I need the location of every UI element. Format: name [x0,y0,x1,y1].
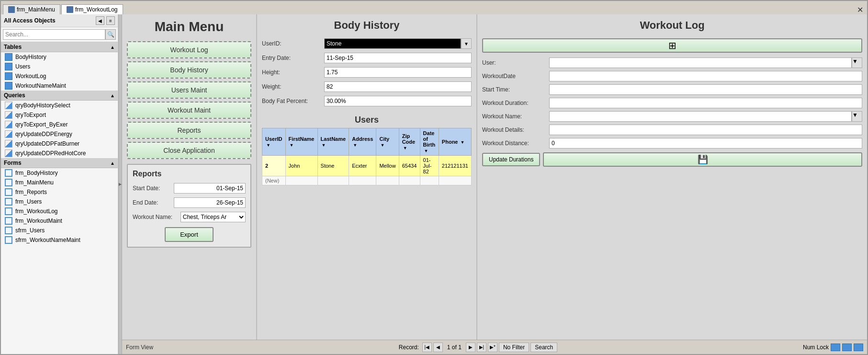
sidebar-item-frm-bodyhistory[interactable]: frm_BodyHistory [1,168,118,178]
users-maint-button[interactable]: Users Maint [127,81,251,99]
sidebar-item-qrytoexport[interactable]: qryToExport [1,110,118,120]
search-button[interactable]: 🔍 [105,29,116,40]
sidebar-item-sfrm-workoutnamemaint[interactable]: sfrm_WorkoutNameMaint [1,235,118,245]
cell-lastname: Stone [317,156,349,176]
sidebar-section-header-forms[interactable]: Forms ▲ [1,158,118,168]
form-icon-mainmenu [5,179,12,186]
weight-input[interactable] [324,81,472,92]
workoutdetails-input[interactable] [549,125,862,135]
user-dropdown-button[interactable]: ▼ [852,57,862,68]
sidebar-item-frm-workoutlog[interactable]: frm_WorkoutLog [1,206,118,216]
col-header-city[interactable]: City ▼ [376,128,399,156]
start-date-input[interactable] [174,183,246,194]
cell-userid[interactable]: 2 [262,156,286,176]
col-header-firstname[interactable]: FirstName ▼ [285,128,317,156]
height-input[interactable] [324,67,472,78]
workoutduration-row: Workout Duration: [482,98,862,108]
entry-date-input[interactable] [324,53,472,63]
sidebar-item-frm-mainmenu[interactable]: frm_MainMenu [1,178,118,187]
body-history-button[interactable]: Body History [127,61,251,79]
sidebar-item-label-qrytoexport: qryToExport [15,112,46,118]
starttime-input[interactable] [549,84,862,95]
sidebar-item-users[interactable]: Users [1,62,118,71]
workoutdistance-input[interactable] [549,138,862,149]
close-application-button[interactable]: Close Application [127,142,251,159]
query-icon-bodyhistoryselect [5,102,12,109]
nav-new-button[interactable]: ▶* [488,343,497,352]
workoutdistance-row: Workout Distance: [482,138,862,149]
col-header-address[interactable]: Address ▼ [349,128,376,156]
userid-dropdown-button[interactable]: ▼ [461,38,472,49]
cell-phone: 212121131 [439,156,471,176]
form-icon-sfrm-workoutnamemaint [5,236,12,244]
sidebar-section-queries: Queries ▲ qryBodyHistorySelect qryToExpo… [1,91,118,158]
workoutname-input[interactable] [549,111,852,122]
sidebar-item-qrybodyhistoryselect[interactable]: qryBodyHistorySelect [1,101,118,110]
sidebar-item-frm-users[interactable]: frm_Users [1,197,118,206]
sidebar-item-bodyhistory[interactable]: BodyHistory [1,52,118,62]
workoutduration-input[interactable] [549,98,862,108]
sidebar-item-qryupdateddpfatburner[interactable]: qryUpdateDDPFatBurner [1,139,118,149]
entry-date-row: Entry Date: [262,53,472,63]
sidebar-item-qryupdateddpenergy[interactable]: qryUpdateDDPEnergy [1,129,118,139]
tab-frm-mainmenu[interactable]: frm_MainMenu [3,4,60,14]
table-new-row[interactable]: (New) [262,176,472,185]
sidebar-item-qrytoexportbyexer[interactable]: qryToExport_ByExer [1,120,118,129]
status-indicator-3[interactable] [854,344,863,351]
workoutname-dropdown-button[interactable]: ▼ [852,111,862,122]
col-header-phone[interactable]: Phone ▼ [439,128,471,156]
workout-log-button[interactable]: Workout Log [127,41,251,58]
lastname-sort-icon: ▼ [322,143,326,148]
workout-nav-button[interactable]: ⊞ [482,38,862,53]
sidebar: All Access Objects ◀ ≡ 🔍 Tables ▲ [1,14,118,354]
workout-maint-button[interactable]: Workout Maint [127,102,251,119]
new-row-indicator: (New) [262,176,286,185]
search-input[interactable] [3,29,105,40]
col-header-dob[interactable]: Date of Birth ▼ [420,128,439,156]
update-durations-button[interactable]: Update Durations [482,153,540,166]
new-row-zipcode [399,176,420,185]
status-indicator-2[interactable] [842,344,852,351]
table-icon-workoutnamemaint [5,82,12,90]
search-status-button[interactable]: Search [530,343,557,352]
userid-input[interactable] [324,38,461,49]
sidebar-item-qryupdateddpredhotcore[interactable]: qryUpdateDDPRedHotCore [1,149,118,158]
nav-prev-button[interactable]: ◀ [433,343,443,352]
no-filter-button[interactable]: No Filter [499,343,529,352]
col-header-lastname[interactable]: LastName ▼ [317,128,349,156]
table-row[interactable]: 2 John Stone Ecxter Mellow 65434 01-Jul-… [262,156,472,176]
col-header-userid[interactable]: UserID ▼ [262,128,286,156]
new-row-address [349,176,376,185]
body-fat-input[interactable] [324,96,472,106]
workoutdate-input[interactable] [549,71,862,81]
reports-button[interactable]: Reports [127,122,251,139]
tab-frm-workoutlog[interactable]: frm_WorkoutLog [61,4,123,14]
vertical-splitter[interactable] [118,14,122,354]
sidebar-collapse-button[interactable]: ◀ [96,16,104,25]
sidebar-item-frm-workoutmaint[interactable]: frm_WorkoutMaint [1,216,118,226]
sidebar-item-frm-reports[interactable]: frm_Reports [1,187,118,197]
sidebar-section-header-tables[interactable]: Tables ▲ [1,42,118,52]
tab-icon-mainmenu [8,6,15,13]
status-indicator-1[interactable] [831,344,840,351]
export-button[interactable]: Export [165,227,214,242]
user-input[interactable] [549,57,852,68]
workoutdate-label: WorkoutDate [482,73,549,80]
workout-name-select[interactable]: Chest, Triceps Ar [180,212,246,222]
sidebar-item-label-frm-reports: frm_Reports [15,189,47,195]
col-header-zipcode[interactable]: Zip Code ▼ [399,128,420,156]
nav-first-button[interactable]: |◀ [422,343,432,352]
window-close-button[interactable]: ✕ [857,5,863,14]
nav-next-button[interactable]: ▶ [466,343,475,352]
end-date-input[interactable] [174,197,246,208]
save-button[interactable]: 💾 [543,152,862,167]
firstname-sort-icon: ▼ [290,143,294,148]
sidebar-item-label-frm-workoutlog: frm_WorkoutLog [15,208,57,215]
sidebar-section-header-queries[interactable]: Queries ▲ [1,91,118,101]
sidebar-item-workoutlog[interactable]: WorkoutLog [1,71,118,81]
sidebar-expand-button[interactable]: ≡ [106,16,115,25]
sidebar-item-sfrm-users[interactable]: sfrm_Users [1,226,118,235]
sidebar-item-workoutnamemaint[interactable]: WorkoutNameMaint [1,81,118,91]
dob-sort-icon: ▼ [424,149,428,153]
nav-last-button[interactable]: ▶| [477,343,486,352]
